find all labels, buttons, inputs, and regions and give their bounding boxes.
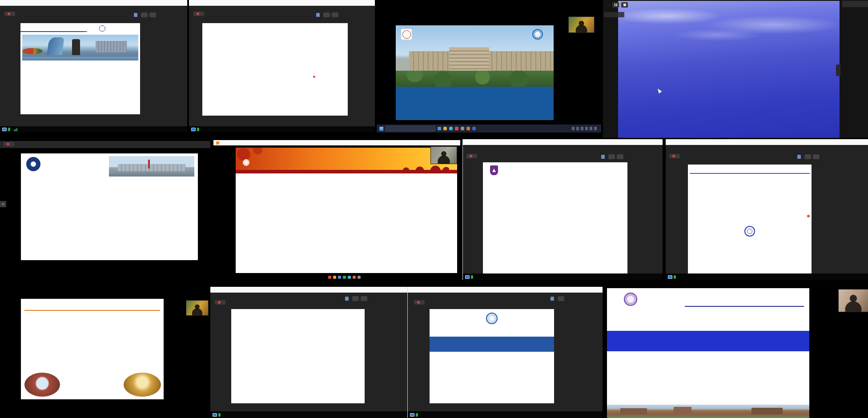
slide-h (688, 165, 812, 273)
hand-reaction-icon (141, 12, 148, 17)
signal-icon (14, 128, 17, 131)
slide-c (396, 25, 554, 120)
speaking-indicator (551, 296, 566, 301)
app-icon-dot[interactable] (343, 276, 346, 279)
slide-f (236, 148, 457, 273)
start-icon[interactable] (379, 127, 383, 131)
app-icon-dot[interactable] (338, 276, 341, 279)
meeting-window-g (462, 139, 663, 280)
window-titlebar[interactable] (210, 287, 407, 293)
windows-taskbar (377, 125, 601, 133)
recording-badge[interactable] (4, 142, 14, 146)
recording-label (607, 4, 610, 6)
window-titlebar[interactable] (0, 0, 187, 6)
hand-reaction-icon (332, 12, 338, 17)
app-icon-dot[interactable] (443, 127, 447, 130)
recording-badge[interactable] (215, 300, 225, 305)
campus-photo-oval (24, 373, 60, 397)
hamburger-icon[interactable]: ≡ (0, 201, 6, 207)
speaking-indicator (134, 12, 156, 17)
screen-share-bar (463, 273, 663, 280)
record-dot-icon (417, 301, 420, 304)
app-icon-dot[interactable] (466, 127, 470, 130)
slide-i (21, 299, 164, 399)
recording-badge[interactable] (466, 154, 477, 158)
screen-share-bar (666, 273, 868, 280)
speaking-indicator (345, 296, 367, 301)
presenter-webcam[interactable] (430, 146, 457, 164)
recording-badge[interactable] (669, 154, 680, 158)
app-icon-dot[interactable] (353, 276, 356, 279)
speaker-icon (601, 155, 605, 159)
app-icon-dot[interactable] (449, 127, 453, 130)
pause-record-button[interactable] (612, 2, 619, 8)
screen-share-bar (210, 411, 407, 418)
speaker-icon (797, 155, 801, 159)
hand-reaction-icon (608, 154, 615, 159)
participant-sidebar (570, 293, 601, 410)
window-titlebar[interactable] (463, 139, 663, 145)
screen-share-icon (2, 128, 7, 131)
recording-badge[interactable] (4, 12, 15, 16)
window-titlebar[interactable] (408, 287, 603, 293)
hand-reaction-icon (617, 154, 623, 159)
ppt-app-icon (216, 141, 219, 145)
record-dot-icon (7, 143, 9, 145)
stop-record-button[interactable] (621, 2, 628, 8)
shared-screen-l (604, 283, 868, 418)
participant-sidebar (373, 293, 406, 410)
record-dot-icon (672, 155, 675, 157)
slide-g (483, 162, 627, 273)
app-icon-dot[interactable] (348, 276, 351, 279)
app-icon-dot[interactable] (438, 127, 441, 130)
slide-b (202, 23, 348, 116)
sidebar-expand-tab[interactable] (836, 64, 840, 76)
app-icon-dot[interactable] (472, 127, 476, 130)
laser-pointer-dot (313, 76, 315, 78)
bnu-logo-icon (26, 157, 40, 171)
hand-reaction-icon (352, 296, 359, 301)
window-titlebar[interactable] (189, 0, 375, 6)
ustc-logo-icon (744, 226, 755, 237)
presentation-window-f (213, 140, 460, 280)
slide-k (430, 309, 554, 403)
app-icon-dot[interactable] (461, 127, 464, 130)
gate-silhouette (400, 164, 449, 171)
recording-badge[interactable] (414, 300, 425, 305)
meeting-window-d (603, 0, 868, 138)
hand-reaction-icon (361, 296, 367, 301)
sidebar-collapse-button[interactable] (842, 1, 868, 7)
cursor-icon (656, 88, 662, 94)
recording-badge[interactable] (193, 12, 204, 16)
participant-sidebar (825, 146, 866, 273)
nwpu-logo-icon (99, 25, 105, 32)
presenter-webcam[interactable] (568, 16, 595, 33)
presenter-webcam[interactable] (186, 300, 209, 316)
taskbar-icons (328, 276, 361, 279)
mic-icon (674, 275, 676, 279)
speaking-indicator (316, 12, 340, 17)
campus-photo (22, 35, 138, 60)
system-tray[interactable] (572, 127, 599, 130)
screen-share-bar (0, 126, 187, 133)
zju-logo-icon (486, 313, 498, 324)
meeting-window-e: ≡ (0, 141, 210, 280)
slide-e (21, 153, 198, 260)
screenshot-collage: ≡ (0, 0, 868, 418)
meeting-window-k (407, 287, 603, 418)
app-icon-dot[interactable] (333, 276, 336, 279)
screen-share-icon (410, 413, 414, 417)
search-input[interactable] (386, 126, 435, 131)
divider-line (690, 173, 810, 174)
window-titlebar[interactable] (213, 140, 460, 145)
screen-share-icon (668, 275, 672, 279)
app-icon-dot[interactable] (328, 276, 331, 279)
presenter-webcam[interactable] (838, 289, 868, 312)
slide-swoosh (20, 31, 87, 32)
app-icon-dot[interactable] (358, 276, 361, 279)
mic-icon (471, 275, 473, 279)
screen-share-icon (191, 128, 196, 131)
hand-reaction-icon (804, 154, 811, 159)
app-icon-dot[interactable] (455, 127, 458, 130)
window-titlebar[interactable] (666, 139, 868, 145)
